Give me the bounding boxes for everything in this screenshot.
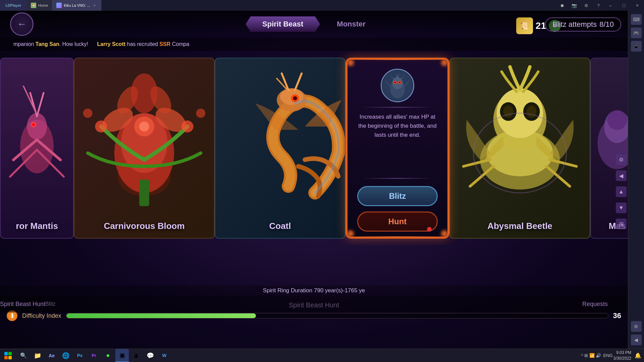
- menu-blitz[interactable]: Blitz: [45, 301, 55, 307]
- win-logo-green: [8, 352, 12, 355]
- card-name-bloom: Carnivorous Bloom: [74, 221, 214, 231]
- announcement-part1: mpanion: [13, 41, 36, 47]
- currency-value: 21: [536, 20, 546, 31]
- taskbar-right: ^ ⊞ 📶 🔊 ENG 9:03 PM 3/30/2022 🔔: [581, 350, 644, 361]
- taskbar-notification[interactable]: 🔔: [635, 352, 641, 359]
- taskbar-app-word[interactable]: W: [158, 349, 171, 362]
- card-art-bloom: [74, 58, 214, 221]
- cards-area: ror Mantis: [0, 51, 628, 245]
- card-selected[interactable]: Increases all allies' max HP at the begi…: [345, 58, 449, 239]
- card-name-coatl: Coatl: [215, 221, 345, 231]
- game-tab-label: Đấu La VNG: ...: [64, 3, 90, 8]
- card-coatl[interactable]: Coatl: [215, 58, 345, 239]
- taskbar-app-ps[interactable]: Ps: [73, 349, 87, 362]
- announcement-highlight1: Tang San: [36, 41, 59, 47]
- nav-tabs: Spirit Beast Monster: [246, 16, 382, 32]
- blitz-button[interactable]: Blitz: [357, 186, 438, 206]
- minimize-button[interactable]: –: [604, 0, 617, 11]
- announcement-text: mpanion Tang San. How lucky! Larry Scott…: [0, 41, 203, 47]
- taskbar-clock[interactable]: 9:03 PM 3/30/2022: [613, 350, 631, 361]
- bottom-menu-bar: Spirit Beast Hunt Blitz Requests: [0, 296, 628, 312]
- tab-monster[interactable]: Monster: [320, 16, 382, 32]
- sidebar-btn-settings[interactable]: ⚙: [631, 321, 642, 332]
- announcement-part3: Larry Scott: [97, 41, 125, 47]
- taskbar-app-discord[interactable]: 💬: [144, 349, 157, 362]
- card-divider-2: [362, 178, 433, 179]
- titlebar-controls: ⏺ 📷 ⚙ ? – □ ×: [555, 0, 644, 11]
- titlebar-tab-game[interactable]: Đấu La VNG: ... ×: [52, 0, 101, 11]
- systray-icons: ^ ⊞ 📶 🔊: [581, 353, 601, 358]
- difficulty-label: Difficulty Index: [22, 312, 61, 319]
- svg-point-24: [196, 109, 206, 118]
- right-sidebar: ⚙ ◀ ▲ ▼ ⊞: [614, 38, 628, 349]
- back-button[interactable]: ←: [10, 12, 34, 36]
- blitz-attempts-value: 8/10: [599, 20, 614, 29]
- game-tab-icon: [56, 3, 62, 8]
- sidebar-icon-5[interactable]: ⊞: [616, 219, 627, 229]
- hunt-notification-dot: [427, 227, 432, 232]
- spirit-ring-text: Spirit Ring Duration 790 year(s)-1765 ye: [263, 287, 365, 294]
- announcement-part5: Compa: [170, 41, 189, 47]
- sidebar-btn-3[interactable]: 📱: [631, 41, 642, 52]
- win-logo-blue: [4, 356, 8, 359]
- game-area: ← Spirit Beast Monster 📜 21 + Blitz atte…: [0, 11, 628, 349]
- tab-close-button[interactable]: ×: [92, 3, 97, 8]
- taskbar-apps: 📁 Ae 🌐 Ps Pr ● ▣ ♟ 💬 W: [31, 349, 171, 362]
- taskbar-app-green[interactable]: ●: [101, 349, 115, 362]
- home-tab-icon: 🏠: [31, 3, 36, 8]
- svg-point-25: [83, 109, 93, 118]
- home-tab-label: Home: [38, 3, 48, 7]
- hunt-button[interactable]: Hunt: [357, 212, 438, 232]
- announcement-ssr: SSR: [159, 41, 170, 47]
- taskbar-app-steam[interactable]: ♟: [129, 349, 143, 362]
- card-art-coatl: [215, 58, 345, 221]
- sidebar-btn-2[interactable]: 🎮: [631, 27, 642, 38]
- win-logo-yellow: [8, 356, 12, 359]
- titlebar-tab-home[interactable]: 🏠 Home: [27, 0, 52, 11]
- card-divider: [362, 107, 433, 108]
- maximize-button[interactable]: □: [617, 0, 631, 11]
- difficulty-track: [66, 313, 608, 318]
- svg-line-29: [295, 73, 302, 90]
- windows-logo: [4, 352, 12, 359]
- taskbar-app-ldplayer[interactable]: ▣: [115, 349, 129, 362]
- titlebar-screenshot-icon[interactable]: 📷: [569, 0, 580, 11]
- tab-spirit-beast[interactable]: Spirit Beast: [246, 16, 320, 32]
- win-logo-red: [4, 352, 8, 355]
- titlebar: LDPlayer 🏠 Home Đấu La VNG: ... × ⏺ 📷 ⚙ …: [0, 0, 644, 11]
- start-button[interactable]: [0, 349, 16, 362]
- ldplayer-sidebar: ⌨ 🎮 📱 ⚙ ◀: [628, 11, 644, 349]
- titlebar-settings-icon[interactable]: ⚙: [581, 0, 592, 11]
- taskbar-search-button[interactable]: 🔍: [17, 350, 30, 362]
- taskbar: 🔍 📁 Ae 🌐 Ps Pr ● ▣ ♟ 💬 W ^ ⊞ 📶 🔊 ENG 9:0…: [0, 349, 644, 362]
- sidebar-icon-2[interactable]: ◀: [616, 170, 627, 181]
- sidebar-btn-1[interactable]: ⌨: [631, 14, 642, 25]
- svg-point-38: [394, 82, 396, 83]
- card-name-beetle: Abysmal Beetle: [450, 221, 590, 231]
- menu-spirit-beast[interactable]: Spirit Beast Hunt: [0, 301, 45, 308]
- taskbar-app-ae[interactable]: Ae: [45, 349, 58, 362]
- card-beetle[interactable]: Abysmal Beetle: [449, 58, 590, 239]
- close-button[interactable]: ×: [631, 0, 644, 11]
- titlebar-help-icon[interactable]: ?: [593, 0, 604, 11]
- blitz-attempts-label: Blitz attempts: [552, 20, 597, 29]
- svg-point-22: [181, 121, 194, 133]
- svg-point-18: [131, 73, 157, 113]
- titlebar-logo: LDPlayer: [0, 0, 27, 11]
- sidebar-icon-4[interactable]: ▼: [616, 202, 627, 213]
- sidebar-icon-1[interactable]: ⚙: [616, 154, 627, 165]
- taskbar-app-chrome[interactable]: 🌐: [59, 349, 72, 362]
- currency-icon: 📜: [516, 17, 533, 34]
- beast-description: Increases all allies' max HP at the begi…: [353, 112, 442, 173]
- card-art-farleft: [1, 58, 73, 221]
- system-tray: ^ ⊞ 📶 🔊 ENG: [581, 353, 613, 358]
- taskbar-app-explorer[interactable]: 📁: [31, 349, 44, 362]
- card-far-left[interactable]: ror Mantis: [0, 58, 74, 239]
- titlebar-record-icon[interactable]: ⏺: [557, 0, 568, 11]
- sidebar-btn-expand[interactable]: ◀: [631, 335, 642, 345]
- taskbar-app-pr[interactable]: Pr: [87, 349, 101, 362]
- sidebar-icon-3[interactable]: ▲: [616, 186, 627, 197]
- card-bloom[interactable]: Carnivorous Bloom: [74, 58, 215, 239]
- menu-requests[interactable]: Requests: [582, 301, 608, 308]
- card-art-beetle: [450, 58, 590, 221]
